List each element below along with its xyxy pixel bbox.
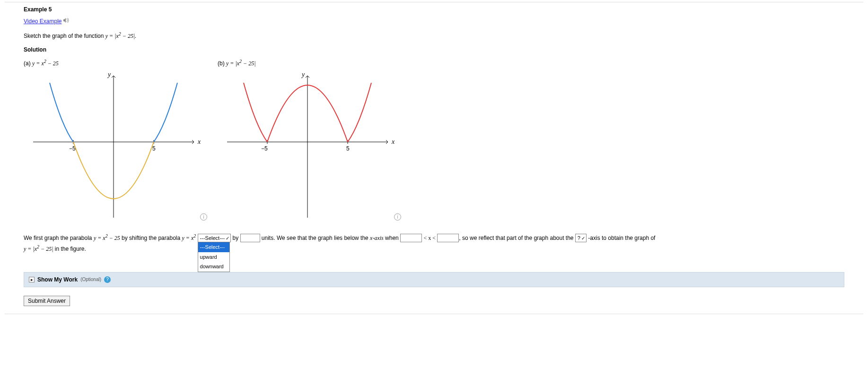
problem-prompt: Sketch the graph of the function y = |x2… (24, 31, 844, 40)
x-lower-input[interactable] (400, 234, 422, 242)
direction-option-upward[interactable]: upward (198, 252, 229, 262)
optional-label: (Optional) (80, 277, 101, 282)
x-upper-input[interactable] (437, 234, 459, 242)
direction-option-select[interactable]: ---Select--- (198, 242, 229, 252)
units-input[interactable] (240, 234, 260, 242)
prompt-equation: y = |x2 − 25|. (105, 33, 136, 39)
plot-a-xlabel: x (197, 138, 201, 145)
example-title: Example 5 (24, 6, 844, 13)
solution-heading: Solution (24, 46, 844, 53)
plot-a-caption: (a) y = x2 − 25 (24, 59, 203, 67)
info-icon[interactable]: i (200, 213, 207, 220)
expand-icon[interactable]: ▸ (29, 277, 35, 282)
plot-b-svg: x y −5 5 (218, 71, 397, 222)
show-my-work-label: Show My Work (37, 276, 78, 283)
plot-a-svg: x y −5 5 (24, 71, 203, 222)
direction-option-downward[interactable]: downward (198, 262, 229, 272)
svg-text:5: 5 (152, 145, 156, 152)
chevron-down-icon: ✓ (226, 234, 229, 242)
video-example-link[interactable]: Video Example (24, 18, 70, 25)
direction-select-value: ---Select--- (200, 234, 225, 243)
show-my-work-panel[interactable]: ▸ Show My Work (Optional) ? (24, 272, 844, 287)
direction-select-dropdown[interactable]: ---Select--- upward downward (198, 242, 230, 272)
help-icon[interactable]: ? (104, 276, 111, 283)
plot-b-ylabel: y (301, 71, 305, 78)
solution-text: We first graph the parabola y = x2 − 25 … (24, 232, 844, 254)
info-icon[interactable]: i (394, 213, 401, 220)
axis-select[interactable]: ? ✓ (575, 233, 587, 243)
plot-a-ylabel: y (107, 71, 111, 78)
svg-text:−5: −5 (261, 145, 268, 152)
direction-select[interactable]: ---Select--- ✓ ---Select--- upward downw… (198, 233, 231, 243)
speaker-icon (63, 18, 70, 25)
axis-select-value: ? (578, 234, 580, 243)
plot-b-xlabel: x (391, 138, 395, 145)
plot-a: (a) y = x2 − 25 x y −5 5 (24, 59, 203, 222)
chevron-down-icon: ✓ (581, 234, 585, 242)
submit-answer-button[interactable]: Submit Answer (24, 296, 70, 306)
x-axis-word: x-axis (370, 235, 384, 241)
svg-text:5: 5 (346, 145, 350, 152)
plot-b-caption: (b) y = |x2 − 25| (218, 59, 397, 67)
plot-b: (b) y = |x2 − 25| x y −5 5 i (218, 59, 397, 222)
video-example-label: Video Example (24, 18, 62, 25)
